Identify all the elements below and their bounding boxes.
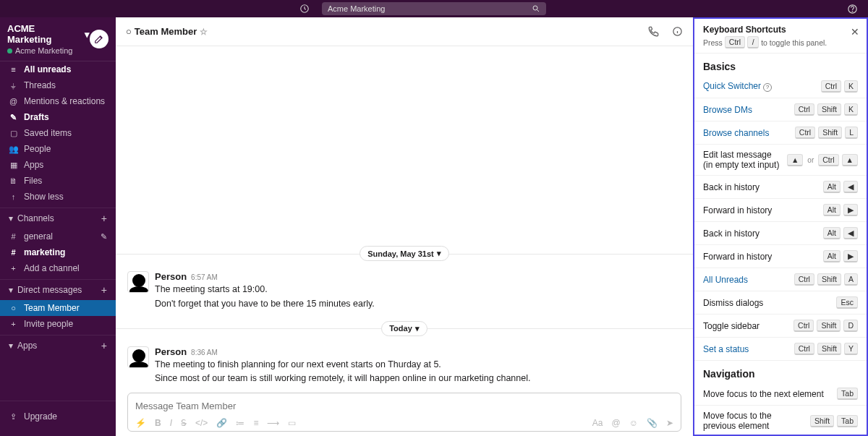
shortcut-label: Toggle sidebar: [703, 321, 788, 331]
format-icon[interactable]: Aa: [592, 418, 603, 428]
message-composer[interactable]: ⚡ B I S̶ </> 🔗 ≔ ≡ ⟶ ▭ Aa @ ☺ 📎 ➤: [127, 393, 681, 432]
shortcut-row: Forward in historyAlt▶: [694, 199, 867, 222]
lightning-icon[interactable]: ⚡: [135, 418, 146, 428]
search-input[interactable]: Acme Marketing: [322, 2, 546, 15]
code-icon[interactable]: </>: [195, 418, 208, 428]
key: ▲: [787, 154, 803, 166]
dm-team-member[interactable]: ○Team Member: [0, 300, 116, 316]
close-icon[interactable]: ✕: [851, 26, 859, 38]
key: ▶: [843, 250, 858, 262]
add-dm-icon[interactable]: +: [101, 284, 107, 296]
shortcut-label[interactable]: Quick Switcher?: [703, 81, 815, 92]
avatar[interactable]: [127, 346, 149, 368]
strike-icon[interactable]: S̶: [181, 418, 187, 428]
main-pane: ○ Team Member ☆ Sunday, May 31st▾ Person…: [116, 17, 694, 436]
caret-icon: ▾: [9, 341, 13, 351]
info-icon[interactable]: [672, 26, 683, 37]
key: Shift: [817, 103, 841, 116]
channel-marketing[interactable]: #marketing: [0, 244, 116, 260]
nav-drafts[interactable]: ✎Drafts: [0, 109, 116, 125]
nav-mentions-reactions[interactable]: @Mentions & reactions: [0, 93, 116, 109]
call-icon[interactable]: [648, 26, 659, 37]
search-text: Acme Marketing: [328, 4, 385, 13]
message-text: Since most of our team is still working …: [155, 372, 530, 385]
presence-icon: ○: [9, 304, 18, 312]
sender-name[interactable]: Person: [155, 271, 187, 282]
attach-icon[interactable]: 📎: [647, 418, 658, 428]
nav-saved-items[interactable]: ▢Saved items: [0, 125, 116, 141]
ulist-icon[interactable]: ≡: [253, 418, 258, 428]
shortcut-label[interactable]: Browse DMs: [703, 105, 788, 115]
message[interactable]: Person8:36 AMThe meeting to finish plann…: [116, 343, 693, 389]
workspace-header[interactable]: ACME Marketing▾ Acme Marketing: [0, 17, 116, 61]
key: Ctrl: [795, 127, 815, 139]
nav-threads[interactable]: ⏚Threads: [0, 77, 116, 93]
compose-button[interactable]: [90, 30, 109, 48]
help-icon[interactable]: [847, 4, 858, 14]
nav-files[interactable]: 🗎Files: [0, 173, 116, 189]
shortcut-label: Back in history: [703, 228, 817, 239]
shortcut-label[interactable]: Set a status: [703, 344, 788, 354]
add-app-icon[interactable]: +: [101, 340, 107, 351]
help-icon[interactable]: ?: [763, 83, 772, 92]
key: A: [844, 273, 858, 286]
olist-icon[interactable]: ≔: [236, 418, 244, 428]
shortcut-row: Browse DMsCtrlShiftK: [694, 98, 867, 121]
section-basics: Basics: [694, 54, 867, 75]
key: Ctrl: [794, 273, 814, 286]
key: Tab: [837, 415, 858, 427]
mention-icon[interactable]: @: [612, 418, 621, 428]
nav-show-less[interactable]: ↑Show less: [0, 189, 116, 205]
shortcut-label[interactable]: All Unreads: [703, 275, 788, 285]
composer-toolbar: ⚡ B I S̶ </> 🔗 ≔ ≡ ⟶ ▭ Aa @ ☺ 📎 ➤: [135, 418, 673, 428]
bold-icon[interactable]: B: [155, 418, 161, 428]
edit-icon[interactable]: ✎: [101, 232, 107, 241]
date-divider[interactable]: Today▾: [381, 321, 427, 336]
link-icon[interactable]: 🔗: [216, 418, 227, 428]
upgrade-link[interactable]: ⇪Upgrade: [9, 409, 107, 424]
nav-all-unreads[interactable]: ≡All unreads: [0, 61, 116, 77]
shortcut-row: All UnreadsCtrlShiftA: [694, 268, 867, 291]
italic-icon[interactable]: I: [170, 418, 172, 428]
search-icon: [532, 4, 540, 13]
chevron-down-icon: ▾: [437, 249, 441, 258]
quote-icon[interactable]: ⟶: [267, 418, 279, 428]
avatar[interactable]: [127, 271, 149, 293]
composer-input[interactable]: [135, 401, 673, 411]
shortcut-label[interactable]: Browse channels: [703, 128, 789, 138]
history-icon[interactable]: [299, 4, 310, 14]
send-icon[interactable]: ➤: [666, 418, 673, 428]
key: Ctrl: [794, 103, 814, 116]
timestamp: 8:36 AM: [191, 349, 218, 356]
emoji-icon[interactable]: ☺: [629, 418, 638, 428]
key: Tab: [837, 388, 858, 400]
message-text: The meeting to finish planning for our n…: [155, 358, 530, 372]
nav-people[interactable]: 👥People: [0, 141, 116, 157]
channel-title[interactable]: ○ Team Member ☆: [126, 26, 208, 37]
invite-people[interactable]: +Invite people: [0, 316, 116, 332]
shortcut-label: Forward in history: [703, 205, 817, 215]
date-divider[interactable]: Sunday, May 31st▾: [359, 246, 449, 261]
channels-section[interactable]: ▾Channels +: [0, 208, 116, 228]
key: Shift: [817, 273, 841, 286]
apps-section[interactable]: ▾Apps +: [0, 335, 116, 356]
message-text: Don't forget that you have to be there 1…: [155, 297, 375, 311]
nav-icon: ▦: [9, 161, 18, 170]
message[interactable]: Person6:57 AMThe meeting starts at 19:00…: [116, 268, 693, 314]
nav-apps[interactable]: ▦Apps: [0, 157, 116, 173]
nav-icon: ✎: [9, 113, 18, 122]
shortcut-row: Move focus to the previous elementShiftT…: [694, 406, 867, 436]
shortcut-label: Back in history: [703, 182, 817, 192]
codeblock-icon[interactable]: ▭: [288, 418, 296, 428]
star-icon[interactable]: ☆: [200, 27, 208, 37]
add-channel-icon[interactable]: +: [101, 213, 107, 224]
dm-section[interactable]: ▾Direct messages +: [0, 279, 116, 300]
nav-icon: ≡: [9, 65, 18, 74]
top-bar: Acme Marketing: [0, 0, 868, 17]
channel-general[interactable]: #general✎: [0, 228, 116, 244]
sender-name[interactable]: Person: [155, 346, 187, 357]
add-channel[interactable]: +Add a channel: [0, 260, 116, 276]
sidebar: ACME Marketing▾ Acme Marketing ≡All unre…: [0, 17, 116, 436]
channel-header: ○ Team Member ☆: [116, 17, 693, 46]
shortcuts-panel: Keyboard Shortcuts Press Ctrl / to toggl…: [694, 17, 868, 436]
